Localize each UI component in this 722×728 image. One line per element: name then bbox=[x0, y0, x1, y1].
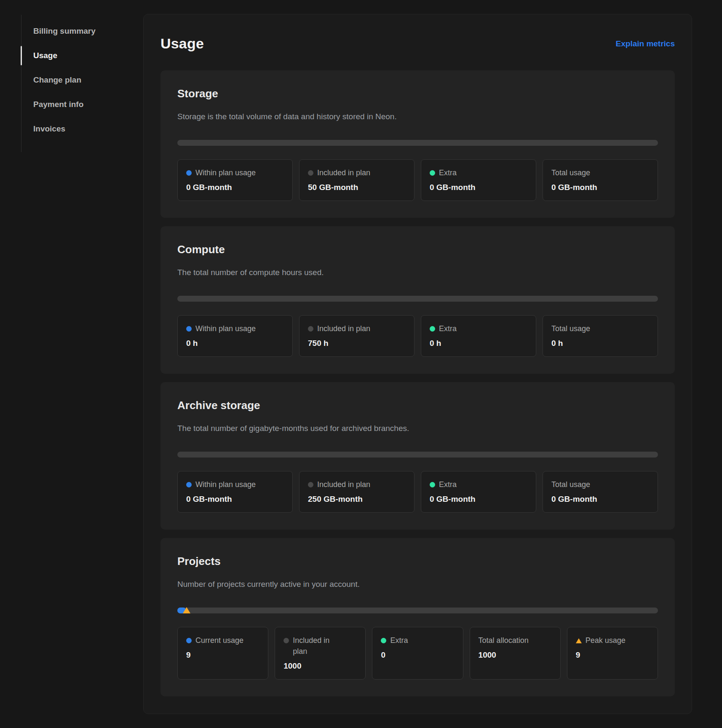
stat-value: 0 h bbox=[186, 338, 284, 349]
stat-value: 0 h bbox=[551, 338, 649, 349]
billing-sidebar: Billing summary Usage Change plan Paymen… bbox=[0, 0, 143, 728]
included-in-plan-dot-icon bbox=[308, 482, 313, 487]
stat-value: 0 GB-month bbox=[430, 494, 527, 505]
storage-section-title: Storage bbox=[177, 87, 658, 100]
stat-card-extra: Extra 0 GB-month bbox=[421, 159, 536, 201]
storage-section-description: Storage is the total volume of data and … bbox=[177, 112, 658, 121]
extra-dot-icon bbox=[381, 638, 386, 643]
stat-label: Total allocation bbox=[479, 635, 529, 646]
stat-card-total-usage: Total usage 0 h bbox=[543, 315, 658, 357]
stat-label: Extra bbox=[390, 635, 408, 646]
stat-card-included-in-plan: Included in plan 50 GB-month bbox=[299, 159, 414, 201]
projects-section: Projects Number of projects currently ac… bbox=[160, 538, 675, 696]
included-in-plan-dot-icon bbox=[308, 170, 313, 176]
current-usage-dot-icon bbox=[186, 638, 192, 643]
stat-card-total-usage: Total usage 0 GB-month bbox=[543, 159, 658, 201]
sidebar-item-payment-info[interactable]: Payment info bbox=[21, 92, 143, 117]
projects-usage-bar bbox=[177, 608, 658, 613]
archive-storage-section-title: Archive storage bbox=[177, 399, 658, 412]
included-in-plan-dot-icon bbox=[283, 638, 289, 643]
stat-card-included-in-plan: Included in plan 750 h bbox=[299, 315, 414, 357]
stat-value: 0 h bbox=[430, 338, 527, 349]
stat-label: Extra bbox=[439, 479, 457, 490]
included-in-plan-dot-icon bbox=[308, 326, 313, 332]
archive-storage-section: Archive storage The total number of giga… bbox=[160, 382, 675, 530]
stat-label: Total usage bbox=[551, 323, 590, 334]
stat-label: Extra bbox=[439, 323, 457, 334]
stat-label: Within plan usage bbox=[195, 323, 256, 334]
within-plan-dot-icon bbox=[186, 326, 192, 332]
stat-card-within-plan-usage: Within plan usage 0 h bbox=[177, 315, 293, 357]
stat-value: 0 GB-month bbox=[186, 494, 284, 505]
sidebar-item-usage[interactable]: Usage bbox=[21, 43, 143, 68]
stat-label: Included in plan bbox=[317, 323, 370, 334]
extra-dot-icon bbox=[430, 170, 435, 176]
stat-card-current-usage: Current usage 9 bbox=[177, 627, 268, 680]
compute-section-description: The total number of compute hours used. bbox=[177, 268, 658, 277]
billing-nav: Billing summary Usage Change plan Paymen… bbox=[21, 15, 143, 152]
compute-section: Compute The total number of compute hour… bbox=[160, 226, 675, 374]
stat-value: 1000 bbox=[479, 650, 552, 661]
stat-value: 1000 bbox=[283, 661, 357, 672]
stat-value: 0 GB-month bbox=[430, 182, 527, 193]
stat-value: 0 GB-month bbox=[551, 182, 649, 193]
page-title: Usage bbox=[160, 35, 204, 52]
projects-stat-cards: Current usage 9 Included in plan 1000 Ex… bbox=[177, 627, 658, 680]
stat-card-total-usage: Total usage 0 GB-month bbox=[543, 471, 658, 513]
stat-label: Within plan usage bbox=[195, 479, 256, 490]
within-plan-dot-icon bbox=[186, 482, 192, 487]
compute-usage-bar bbox=[177, 296, 658, 302]
sidebar-item-change-plan[interactable]: Change plan bbox=[21, 68, 143, 92]
stat-value: 0 GB-month bbox=[186, 182, 284, 193]
stat-value: 9 bbox=[186, 650, 259, 661]
stat-label: Included in plan bbox=[293, 635, 333, 657]
stat-label: Total usage bbox=[551, 479, 590, 490]
peak-usage-triangle-icon bbox=[576, 638, 582, 643]
stat-value: 0 GB-month bbox=[551, 494, 649, 505]
stat-value: 9 bbox=[576, 650, 649, 661]
main-content: Usage Explain metrics Storage Storage is… bbox=[143, 0, 722, 728]
stat-card-included-in-plan: Included in plan 1000 bbox=[275, 627, 366, 680]
stat-value: 250 GB-month bbox=[308, 494, 406, 505]
stat-value: 0 bbox=[381, 650, 454, 661]
stat-card-extra: Extra 0 bbox=[372, 627, 463, 680]
archive-storage-stat-cards: Within plan usage 0 GB-month Included in… bbox=[177, 471, 658, 513]
stat-card-peak-usage: Peak usage 9 bbox=[567, 627, 658, 680]
usage-panel: Usage Explain metrics Storage Storage is… bbox=[143, 14, 692, 714]
projects-section-description: Number of projects currently active in y… bbox=[177, 580, 658, 589]
stat-label: Within plan usage bbox=[195, 167, 256, 178]
peak-usage-marker-icon bbox=[183, 607, 190, 613]
compute-stat-cards: Within plan usage 0 h Included in plan 7… bbox=[177, 315, 658, 357]
page-header: Usage Explain metrics bbox=[160, 35, 675, 52]
compute-section-title: Compute bbox=[177, 243, 658, 256]
within-plan-dot-icon bbox=[186, 170, 192, 176]
stat-label: Peak usage bbox=[586, 635, 626, 646]
stat-label: Included in plan bbox=[317, 479, 370, 490]
extra-dot-icon bbox=[430, 482, 435, 487]
stat-card-extra: Extra 0 GB-month bbox=[421, 471, 536, 513]
stat-value: 750 h bbox=[308, 338, 406, 349]
stat-value: 50 GB-month bbox=[308, 182, 406, 193]
storage-section: Storage Storage is the total volume of d… bbox=[160, 70, 675, 218]
stat-card-within-plan-usage: Within plan usage 0 GB-month bbox=[177, 159, 293, 201]
storage-usage-bar bbox=[177, 140, 658, 146]
extra-dot-icon bbox=[430, 326, 435, 332]
stat-card-total-allocation: Total allocation 1000 bbox=[470, 627, 561, 680]
stat-label: Current usage bbox=[195, 635, 243, 646]
stat-card-included-in-plan: Included in plan 250 GB-month bbox=[299, 471, 414, 513]
stat-card-within-plan-usage: Within plan usage 0 GB-month bbox=[177, 471, 293, 513]
sidebar-item-billing-summary[interactable]: Billing summary bbox=[21, 19, 143, 43]
stat-label: Included in plan bbox=[317, 167, 370, 178]
storage-stat-cards: Within plan usage 0 GB-month Included in… bbox=[177, 159, 658, 201]
stat-card-extra: Extra 0 h bbox=[421, 315, 536, 357]
archive-storage-usage-bar bbox=[177, 452, 658, 458]
stat-label: Total usage bbox=[551, 167, 590, 178]
archive-storage-section-description: The total number of gigabyte-months used… bbox=[177, 424, 658, 433]
explain-metrics-link[interactable]: Explain metrics bbox=[616, 39, 675, 48]
projects-section-title: Projects bbox=[177, 555, 658, 568]
sidebar-item-invoices[interactable]: Invoices bbox=[21, 117, 143, 141]
stat-label: Extra bbox=[439, 167, 457, 178]
